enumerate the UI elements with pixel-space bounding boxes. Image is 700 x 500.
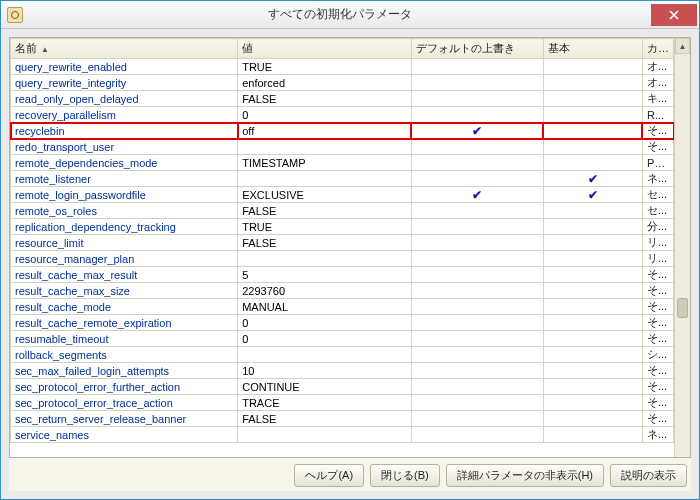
table-row[interactable]: recovery_parallelism0R... [11, 107, 674, 123]
param-link[interactable]: resource_limit [15, 237, 83, 249]
scroll-thumb[interactable] [677, 298, 688, 318]
param-link[interactable]: remote_listener [15, 173, 91, 185]
param-name-cell[interactable]: remote_os_roles [11, 203, 238, 219]
param-value-cell[interactable] [238, 139, 411, 155]
param-name-cell[interactable]: result_cache_remote_expiration [11, 315, 238, 331]
table-row[interactable]: resource_manager_planリ... [11, 251, 674, 267]
param-name-cell[interactable]: recyclebin [11, 123, 238, 139]
table-row[interactable]: rollback_segmentsシ... [11, 347, 674, 363]
scroll-track[interactable] [675, 58, 690, 457]
table-row[interactable]: recyclebinoff✔そ... [11, 123, 674, 139]
param-value-cell[interactable]: TRACE [238, 395, 411, 411]
param-name-cell[interactable]: read_only_open_delayed [11, 91, 238, 107]
param-value-cell[interactable]: 5 [238, 267, 411, 283]
param-link[interactable]: sec_max_failed_login_attempts [15, 365, 169, 377]
param-value-cell[interactable]: off [238, 123, 411, 139]
param-value-cell[interactable] [238, 251, 411, 267]
param-value-cell[interactable]: 10 [238, 363, 411, 379]
col-header-name[interactable]: 名前 [11, 39, 238, 59]
param-value-cell[interactable] [238, 171, 411, 187]
param-link[interactable]: remote_dependencies_mode [15, 157, 158, 169]
param-name-cell[interactable]: query_rewrite_enabled [11, 59, 238, 75]
param-name-cell[interactable]: service_names [11, 427, 238, 443]
param-link[interactable]: result_cache_max_result [15, 269, 137, 281]
param-link[interactable]: sec_return_server_release_banner [15, 413, 186, 425]
table-row[interactable]: sec_protocol_error_further_actionCONTINU… [11, 379, 674, 395]
table-row[interactable]: resumable_timeout0そ... [11, 331, 674, 347]
param-value-cell[interactable]: 2293760 [238, 283, 411, 299]
param-value-cell[interactable]: CONTINUE [238, 379, 411, 395]
param-link[interactable]: read_only_open_delayed [15, 93, 139, 105]
param-value-cell[interactable]: FALSE [238, 235, 411, 251]
param-value-cell[interactable]: TRUE [238, 59, 411, 75]
param-name-cell[interactable]: sec_protocol_error_trace_action [11, 395, 238, 411]
param-name-cell[interactable]: query_rewrite_integrity [11, 75, 238, 91]
param-name-cell[interactable]: sec_max_failed_login_attempts [11, 363, 238, 379]
param-name-cell[interactable]: resumable_timeout [11, 331, 238, 347]
param-link[interactable]: sec_protocol_error_trace_action [15, 397, 173, 409]
param-link[interactable]: rollback_segments [15, 349, 107, 361]
param-link[interactable]: recovery_parallelism [15, 109, 116, 121]
param-link[interactable]: query_rewrite_enabled [15, 61, 127, 73]
col-header-category[interactable]: カテ... [642, 39, 673, 59]
col-header-value[interactable]: 値 [238, 39, 411, 59]
param-value-cell[interactable]: 0 [238, 315, 411, 331]
col-header-basic[interactable]: 基本 [543, 39, 642, 59]
vertical-scrollbar[interactable]: ▲ [674, 38, 690, 457]
table-row[interactable]: sec_max_failed_login_attempts10そ... [11, 363, 674, 379]
table-row[interactable]: remote_dependencies_modeTIMESTAMPPL/... [11, 155, 674, 171]
table-row[interactable]: sec_return_server_release_bannerFALSEそ..… [11, 411, 674, 427]
table-row[interactable]: result_cache_max_result5そ... [11, 267, 674, 283]
table-row[interactable]: query_rewrite_integrityenforcedオ... [11, 75, 674, 91]
param-name-cell[interactable]: result_cache_max_size [11, 283, 238, 299]
table-row[interactable]: result_cache_modeMANUALそ... [11, 299, 674, 315]
param-link[interactable]: service_names [15, 429, 89, 441]
table-row[interactable]: result_cache_max_size2293760そ... [11, 283, 674, 299]
col-header-default-overwrite[interactable]: デフォルトの上書き [411, 39, 543, 59]
table-row[interactable]: redo_transport_userそ... [11, 139, 674, 155]
param-value-cell[interactable]: TIMESTAMP [238, 155, 411, 171]
table-row[interactable]: remote_login_passwordfileEXCLUSIVE✔✔セ... [11, 187, 674, 203]
param-link[interactable]: resumable_timeout [15, 333, 109, 345]
param-name-cell[interactable]: resource_manager_plan [11, 251, 238, 267]
table-row[interactable]: remote_listener✔ネ... [11, 171, 674, 187]
param-link[interactable]: remote_os_roles [15, 205, 97, 217]
param-link[interactable]: recyclebin [15, 125, 65, 137]
param-value-cell[interactable]: FALSE [238, 411, 411, 427]
param-value-cell[interactable] [238, 427, 411, 443]
table-row[interactable]: resource_limitFALSEリ... [11, 235, 674, 251]
close-dialog-button[interactable]: 閉じる(B) [370, 464, 440, 487]
param-value-cell[interactable]: enforced [238, 75, 411, 91]
close-button[interactable] [651, 4, 697, 26]
table-row[interactable]: read_only_open_delayedFALSEキ... [11, 91, 674, 107]
param-link[interactable]: resource_manager_plan [15, 253, 134, 265]
param-link[interactable]: remote_login_passwordfile [15, 189, 146, 201]
param-link[interactable]: result_cache_remote_expiration [15, 317, 172, 329]
param-link[interactable]: sec_protocol_error_further_action [15, 381, 180, 393]
param-link[interactable]: result_cache_max_size [15, 285, 130, 297]
param-name-cell[interactable]: resource_limit [11, 235, 238, 251]
param-link[interactable]: redo_transport_user [15, 141, 114, 153]
table-row[interactable]: service_namesネ... [11, 427, 674, 443]
param-link[interactable]: query_rewrite_integrity [15, 77, 126, 89]
param-value-cell[interactable]: FALSE [238, 91, 411, 107]
param-value-cell[interactable]: FALSE [238, 203, 411, 219]
table-row[interactable]: replication_dependency_trackingTRUE分... [11, 219, 674, 235]
param-name-cell[interactable]: result_cache_mode [11, 299, 238, 315]
param-value-cell[interactable]: EXCLUSIVE [238, 187, 411, 203]
param-value-cell[interactable] [238, 347, 411, 363]
param-name-cell[interactable]: recovery_parallelism [11, 107, 238, 123]
help-button[interactable]: ヘルプ(A) [294, 464, 364, 487]
table-row[interactable]: sec_protocol_error_trace_actionTRACEそ... [11, 395, 674, 411]
param-name-cell[interactable]: remote_listener [11, 171, 238, 187]
table-row[interactable]: result_cache_remote_expiration0そ... [11, 315, 674, 331]
param-name-cell[interactable]: result_cache_max_result [11, 267, 238, 283]
param-name-cell[interactable]: sec_return_server_release_banner [11, 411, 238, 427]
param-name-cell[interactable]: redo_transport_user [11, 139, 238, 155]
param-link[interactable]: result_cache_mode [15, 301, 111, 313]
param-value-cell[interactable]: MANUAL [238, 299, 411, 315]
param-value-cell[interactable]: TRUE [238, 219, 411, 235]
param-name-cell[interactable]: sec_protocol_error_further_action [11, 379, 238, 395]
param-name-cell[interactable]: remote_dependencies_mode [11, 155, 238, 171]
param-value-cell[interactable]: 0 [238, 331, 411, 347]
